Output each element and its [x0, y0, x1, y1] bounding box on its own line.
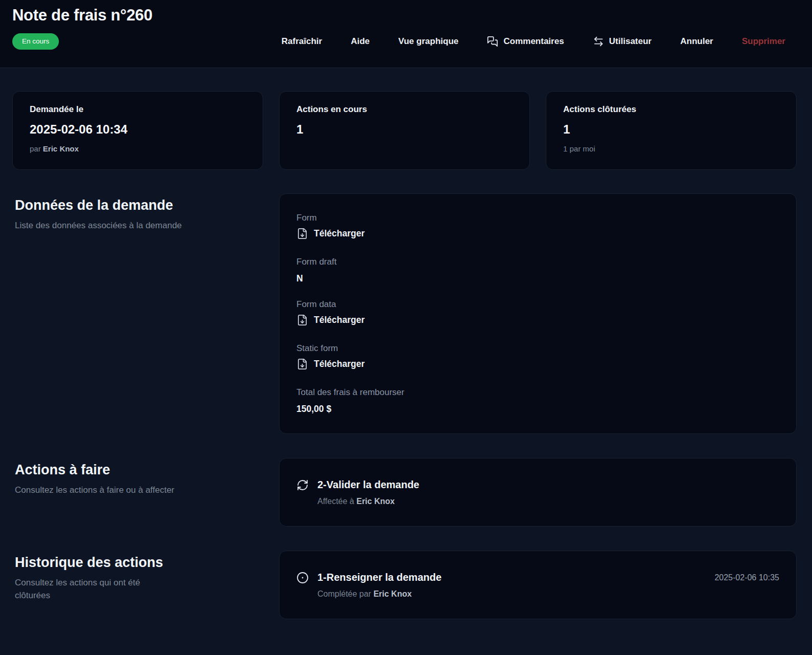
stat-card-open-actions: Actions en cours 1 — [279, 91, 530, 170]
toolbar: Rafraîchir Aide Vue graphique Commentair… — [282, 36, 797, 47]
section-title: Actions à faire — [15, 462, 263, 478]
section-subtitle: Liste des données associées à la demande — [15, 220, 199, 232]
help-button[interactable]: Aide — [351, 37, 370, 46]
field-value: 150,00 $ — [296, 404, 779, 414]
action-title: 1-Renseigner la demande — [317, 572, 441, 583]
action-title-row: 2-Valider la demande — [296, 479, 779, 491]
messages-icon — [487, 36, 498, 47]
stat-card-closed-actions: Actions clôturées 1 1 par moi — [546, 91, 797, 170]
todo-action-item[interactable]: 2-Valider la demande Affectée à Eric Kno… — [279, 458, 797, 527]
assignee-name: Eric Knox — [356, 497, 395, 506]
stat-meta: 1 par moi — [563, 144, 779, 153]
action-meta-prefix: Complétée par — [317, 590, 371, 598]
action-title-row: 1-Renseigner la demande 2025-02-06 10:35 — [296, 572, 779, 584]
user-switch-button[interactable]: Utilisateur — [593, 36, 652, 47]
field-label: Static form — [296, 343, 779, 354]
download-form-button[interactable]: Télécharger — [296, 228, 365, 239]
action-meta: Complétée par Eric Knox — [317, 590, 779, 599]
stats-row: Demandée le 2025-02-06 10:34 par Eric Kn… — [12, 91, 797, 170]
file-download-icon — [296, 228, 308, 239]
history-action-item[interactable]: 1-Renseigner la demande 2025-02-06 10:35… — [279, 551, 797, 619]
section-request-data: Données de la demande Liste des données … — [12, 193, 797, 434]
field-value: N — [296, 273, 779, 284]
circle-dot-icon — [296, 572, 309, 584]
page-header: Note de frais n°260 En cours Rafraîchir … — [0, 0, 812, 68]
action-meta-prefix: Affectée à — [317, 497, 354, 506]
download-form-data-button[interactable]: Télécharger — [296, 314, 365, 326]
stat-value: 2025-02-06 10:34 — [30, 122, 246, 137]
refresh-button[interactable]: Rafraîchir — [282, 37, 322, 46]
comments-button-label: Commentaires — [503, 37, 564, 46]
stat-title: Actions clôturées — [563, 104, 779, 115]
section-head: Historique des actions Consultez les act… — [12, 551, 263, 619]
stat-title: Actions en cours — [296, 104, 512, 115]
section-actions-todo: Actions à faire Consultez les actions à … — [12, 458, 797, 527]
field-label: Total des frais à rembourser — [296, 387, 779, 398]
file-download-icon — [296, 314, 308, 326]
delete-button[interactable]: Supprimer — [742, 37, 785, 46]
section-subtitle: Consultez les actions qui ont été clôtur… — [15, 577, 175, 602]
field-label: Form — [296, 213, 779, 223]
section-subtitle: Consultez les actions à faire ou à affec… — [15, 484, 199, 497]
section-head: Actions à faire Consultez les actions à … — [12, 458, 263, 527]
stat-card-requested-date: Demandée le 2025-02-06 10:34 par Eric Kn… — [12, 91, 263, 170]
main-content: Demandée le 2025-02-06 10:34 par Eric Kn… — [0, 68, 812, 619]
section-title: Historique des actions — [15, 555, 263, 571]
download-label: Télécharger — [314, 228, 365, 239]
section-head: Données de la demande Liste des données … — [12, 193, 263, 434]
download-label: Télécharger — [314, 359, 365, 369]
stat-value: 1 — [563, 122, 779, 137]
field-form-draft: Form draft N — [296, 257, 779, 284]
download-static-form-button[interactable]: Télécharger — [296, 358, 365, 370]
status-badge: En cours — [12, 33, 59, 50]
field-form-data: Form data Télécharger — [296, 299, 779, 328]
request-data-card: Form Télécharger Form draft N Form data — [279, 193, 797, 434]
action-timestamp: 2025-02-06 10:35 — [715, 573, 779, 582]
action-meta: Affectée à Eric Knox — [317, 497, 779, 506]
action-title: 2-Valider la demande — [317, 479, 419, 491]
section-title: Données de la demande — [15, 198, 263, 213]
page-title: Note de frais n°260 — [12, 6, 797, 25]
section-actions-history: Historique des actions Consultez les act… — [12, 551, 797, 619]
download-label: Télécharger — [314, 315, 365, 325]
field-total-expenses: Total des frais à rembourser 150,00 $ — [296, 387, 779, 414]
user-switch-button-label: Utilisateur — [609, 37, 652, 46]
field-form: Form Télécharger — [296, 213, 779, 242]
completer-name: Eric Knox — [373, 590, 412, 598]
requester-name: Eric Knox — [43, 144, 79, 153]
file-download-icon — [296, 358, 308, 370]
comments-button[interactable]: Commentaires — [487, 36, 564, 47]
graph-view-button[interactable]: Vue graphique — [398, 37, 458, 46]
refresh-cycle-icon — [296, 479, 309, 491]
swap-arrows-icon — [593, 36, 604, 47]
stat-meta: par Eric Knox — [30, 144, 246, 153]
header-row: En cours Rafraîchir Aide Vue graphique C… — [12, 33, 797, 50]
cancel-button[interactable]: Annuler — [680, 37, 713, 46]
field-label: Form data — [296, 299, 779, 310]
field-label: Form draft — [296, 257, 779, 267]
stat-title: Demandée le — [30, 104, 246, 115]
stat-value: 1 — [296, 122, 512, 137]
field-static-form: Static form Télécharger — [296, 343, 779, 372]
stat-meta-prefix: par — [30, 144, 41, 153]
